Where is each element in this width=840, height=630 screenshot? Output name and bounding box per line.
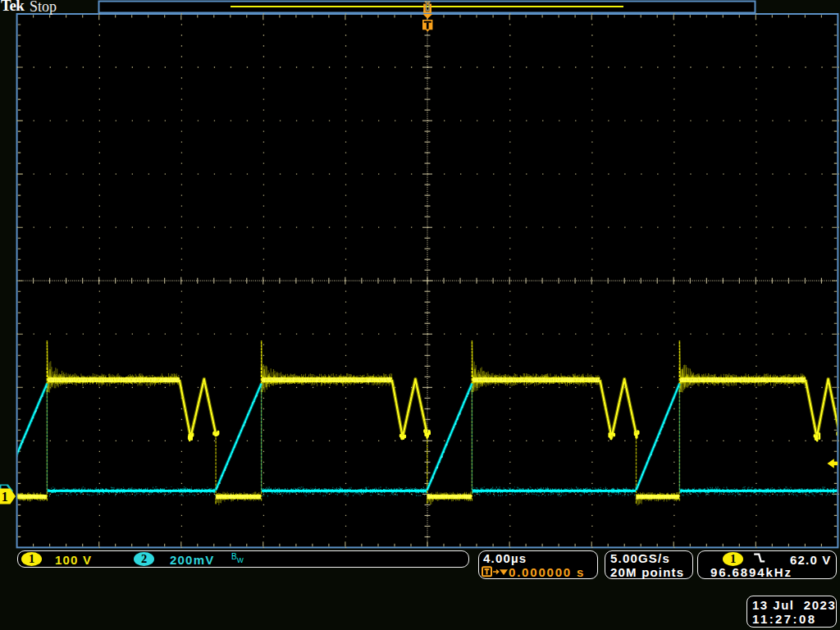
svg-text:1: 1 [2, 490, 8, 504]
